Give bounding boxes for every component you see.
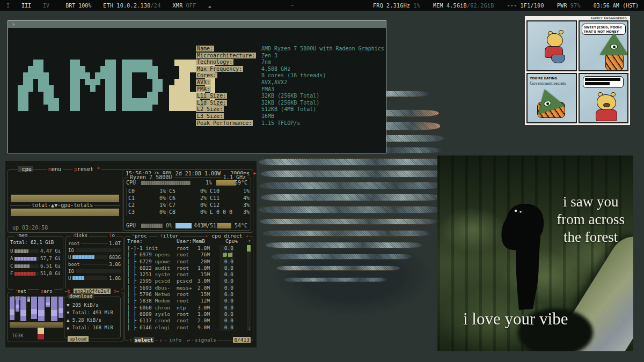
proc-row[interactable]: │ ├ 6022 auditroot1.0M0.0 (127, 265, 250, 271)
logo-pixel (169, 105, 174, 111)
proc-user: root (177, 271, 189, 278)
cpu-info-row: FMA:FMA3 (196, 86, 256, 93)
logo-pixel (132, 60, 137, 66)
select-button[interactable]: select (134, 337, 154, 343)
net-zero-button[interactable]: zero (39, 289, 54, 294)
proc-row[interactable]: │ ├ 6146 elogiroot9.0M0.0 (127, 324, 250, 331)
cpu-info-row: Peak Performance:1.15 TFLOP/s (196, 120, 256, 127)
interval-plus-button[interactable]: + (253, 171, 256, 176)
frq-pct: 1% (413, 3, 420, 9)
eth-label: ETH (103, 3, 113, 9)
proc-mem: 3.0M (191, 305, 210, 311)
tab-menu[interactable]: menu (47, 166, 63, 172)
proc-row[interactable]: [-]-1 initroot1.0M0.0 (127, 245, 250, 252)
proc-col-tree[interactable]: Tree: (127, 238, 143, 244)
proc-row[interactable]: │ ├ 6979 opensroot76M0.1 (127, 252, 250, 258)
proc-name: pcscd (155, 278, 170, 284)
proc-mem: 1.0M (191, 265, 210, 271)
core-pct: 1% (159, 202, 166, 209)
signals-button[interactable]: signals (194, 337, 217, 343)
proc-row[interactable]: │ ├ 6060 chronntp3.0M0.0 (127, 305, 250, 311)
core-name: C2 (128, 202, 135, 208)
logo-pixel (70, 85, 75, 92)
proc-name: Modem (155, 298, 170, 304)
net-next-button[interactable]: n→ (113, 289, 119, 294)
btop-net-box: ³net zero ←b enp3s0f4u2u4 n→ 163K 163K d… (8, 292, 123, 342)
logo-pixel (185, 105, 190, 111)
proc-row[interactable]: │ ├ 6089 sysloroot1.0M0.0 (127, 311, 250, 317)
cpu-total-pct: 1% (206, 179, 212, 186)
tab-net[interactable]: ³net (13, 289, 28, 294)
proc-row[interactable]: │ ├ 6729 upoweroot20M0.0 (127, 258, 250, 265)
tab-mem[interactable]: ²mem (14, 233, 29, 238)
proc-cpu: 0.0 (224, 271, 233, 278)
meme-bottom-text: i love your vibe (463, 309, 568, 329)
proc-row[interactable]: │ ├ 5796 Networoot15M0.0 (127, 291, 250, 298)
logo-pixel (18, 98, 23, 105)
cpu-info-value: 16MB (261, 113, 274, 119)
load-avg-pct: 3% (243, 209, 250, 216)
proc-user: mess+ (177, 285, 192, 291)
proc-tree: │ ├ 1251 (127, 271, 155, 277)
proc-row[interactable]: │ ├ 1251 systeroot15M0.0 (127, 271, 250, 278)
logo-pixel (80, 66, 85, 72)
mem-row: C6,51 Gi (10, 262, 61, 270)
cpu-stats-panel: 15:56:02 ⟳ 98% 2d 21:08 1.00W - 2000ms +… (122, 170, 253, 232)
cpu-graph-divider-label[interactable]: total-▲▼-gpu-totals (31, 202, 94, 208)
proc-user: root (177, 311, 189, 317)
cpu-info-row: L1d Size:32KB (256KB Total) (196, 100, 256, 107)
logo-pixel (152, 92, 158, 98)
tab-io[interactable]: io (107, 233, 116, 238)
proc-row[interactable]: │ ├ 6117 crondroot2.0M0.0 (127, 317, 250, 324)
logo-pixel (122, 60, 127, 66)
proc-scroll-thumb[interactable] (247, 245, 251, 252)
tab-cpu-label: cpu (22, 166, 32, 172)
wallpaper-stripe (260, 219, 437, 224)
cpu-info-label: AVX: (196, 79, 211, 85)
disk-used-fill (72, 255, 94, 259)
logo-pixel (70, 60, 75, 66)
tab-disks[interactable]: disks (71, 233, 89, 238)
tab-cpu[interactable]: ¹cpu (18, 166, 33, 172)
comic-panel-1 (526, 20, 577, 71)
logo-pixel (189, 105, 195, 111)
logo-pixel (75, 92, 80, 98)
battery-indicator: ••• 1F1/100 (507, 3, 544, 9)
logo-pixel (105, 105, 111, 111)
proc-row[interactable]: │ ├ 5838 Modemroot12M0.0 (127, 298, 250, 304)
logo-pixel (28, 79, 33, 85)
info-button[interactable]: info ↵ (167, 337, 192, 343)
select-down-icon[interactable]: ↓ (158, 337, 164, 343)
proc-col-mem[interactable]: MemB (193, 238, 205, 244)
workspace-3[interactable]: III (21, 3, 31, 9)
proc-scroll-up-icon[interactable]: ↑ (248, 238, 251, 243)
proc-scroll-down-icon[interactable]: ↓ (248, 325, 251, 331)
tab-preset[interactable]: preset * (72, 166, 101, 172)
logo-pixel (111, 60, 116, 66)
gpu-temp: 54°C (235, 222, 247, 229)
proc-col-user[interactable]: User: (177, 238, 192, 244)
proc-row[interactable]: │ ├ 2595 pcscdpcscd3.0M0.0 (127, 278, 250, 284)
workspace-1[interactable]: I (6, 3, 10, 9)
mem-row-fill (14, 272, 35, 276)
logo-pixel (174, 105, 180, 111)
wallpaper-stripe (261, 171, 446, 177)
terminal-titlebar[interactable]: ~ (8, 21, 386, 28)
logo-pixel (23, 85, 28, 92)
logo-pixel (185, 98, 190, 105)
select-up-icon[interactable]: ↑ (128, 337, 134, 343)
logo-pixel (179, 92, 185, 98)
proc-user: root (177, 265, 189, 271)
proc-mem: 9.0M (191, 324, 210, 331)
core-cell: C114% (208, 195, 251, 202)
proc-col-cpu[interactable]: Cpu% (225, 238, 238, 244)
net-bar (27, 297, 30, 302)
proc-scrollbar[interactable] (247, 245, 251, 331)
proc-cpu-cell (228, 253, 232, 257)
cpu-info-label: L3 Size: (196, 113, 224, 119)
proc-row[interactable]: │ ├ 5693 dbus-mess+2.0M0.0 (127, 285, 250, 291)
upload-label: upload (68, 336, 89, 342)
pooh-comic-meme: SAFELY ENDANGERED SWEET JESUS, POOH! THA… (525, 16, 630, 125)
logo-pixel (189, 66, 195, 72)
workspace-4[interactable]: IV (43, 3, 49, 9)
